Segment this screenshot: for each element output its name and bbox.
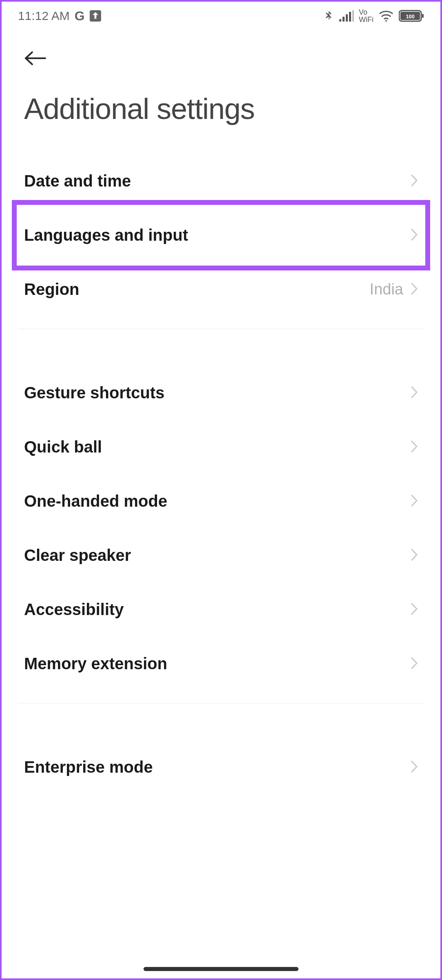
battery-icon: 100 bbox=[399, 10, 424, 22]
item-clear-speaker[interactable]: Clear speaker bbox=[2, 528, 440, 582]
chevron-right-icon bbox=[411, 174, 418, 189]
vowifi-top-label: Vo bbox=[359, 9, 373, 16]
item-label: Quick ball bbox=[24, 438, 102, 456]
item-label: Gesture shortcuts bbox=[24, 384, 165, 402]
item-quick-ball[interactable]: Quick ball bbox=[2, 420, 440, 474]
item-one-handed-mode[interactable]: One-handed mode bbox=[2, 474, 440, 528]
svg-rect-3 bbox=[349, 12, 351, 22]
item-languages-and-input[interactable]: Languages and input bbox=[2, 208, 440, 262]
divider bbox=[18, 329, 424, 329]
svg-rect-0 bbox=[339, 19, 341, 22]
status-left: 11:12 AM G bbox=[18, 9, 101, 24]
chevron-right-icon bbox=[411, 494, 418, 509]
item-label: Region bbox=[24, 280, 80, 299]
chevron-right-icon bbox=[411, 602, 418, 617]
settings-list: Date and time Languages and input Region… bbox=[2, 154, 440, 794]
item-date-and-time[interactable]: Date and time bbox=[2, 154, 440, 208]
item-label: Date and time bbox=[24, 172, 131, 190]
item-accessibility[interactable]: Accessibility bbox=[2, 582, 440, 637]
cellular-signal-icon bbox=[339, 10, 354, 22]
page-title: Additional settings bbox=[2, 76, 440, 154]
chevron-right-icon bbox=[411, 282, 418, 297]
item-label: Memory extension bbox=[24, 655, 167, 673]
svg-rect-4 bbox=[352, 10, 354, 22]
item-region[interactable]: Region India bbox=[2, 262, 440, 316]
item-memory-extension[interactable]: Memory extension bbox=[2, 637, 440, 691]
google-indicator-icon: G bbox=[75, 9, 85, 24]
back-button[interactable] bbox=[24, 51, 424, 68]
item-label: Clear speaker bbox=[24, 546, 131, 565]
vowifi-bottom-label: WiFi bbox=[359, 16, 373, 23]
bluetooth-icon bbox=[323, 9, 334, 22]
svg-point-5 bbox=[385, 20, 387, 22]
item-label: Enterprise mode bbox=[24, 758, 153, 776]
chevron-right-icon bbox=[411, 386, 418, 400]
item-label: One-handed mode bbox=[24, 492, 167, 510]
status-time: 11:12 AM bbox=[18, 9, 70, 23]
vowifi-icon: Vo WiFi bbox=[359, 9, 373, 23]
device-frame: 11:12 AM G Vo W bbox=[2, 2, 440, 978]
home-indicator[interactable] bbox=[144, 967, 298, 971]
item-label: Languages and input bbox=[24, 226, 188, 244]
item-label: Accessibility bbox=[24, 600, 124, 619]
chevron-right-icon bbox=[411, 657, 418, 671]
item-value: India bbox=[370, 281, 403, 298]
chevron-right-icon bbox=[411, 548, 418, 563]
upload-indicator-icon bbox=[90, 10, 101, 22]
svg-rect-2 bbox=[346, 14, 348, 22]
chevron-right-icon bbox=[411, 760, 418, 775]
svg-rect-1 bbox=[343, 17, 345, 22]
chevron-right-icon bbox=[411, 440, 418, 455]
svg-text:100: 100 bbox=[406, 13, 415, 20]
item-gesture-shortcuts[interactable]: Gesture shortcuts bbox=[2, 366, 440, 420]
chevron-right-icon bbox=[411, 228, 418, 243]
divider bbox=[18, 703, 424, 703]
svg-rect-8 bbox=[422, 14, 424, 18]
status-right: Vo WiFi 100 bbox=[323, 9, 424, 23]
item-enterprise-mode[interactable]: Enterprise mode bbox=[2, 740, 440, 794]
status-bar: 11:12 AM G Vo W bbox=[2, 2, 440, 30]
wifi-icon bbox=[378, 10, 394, 22]
